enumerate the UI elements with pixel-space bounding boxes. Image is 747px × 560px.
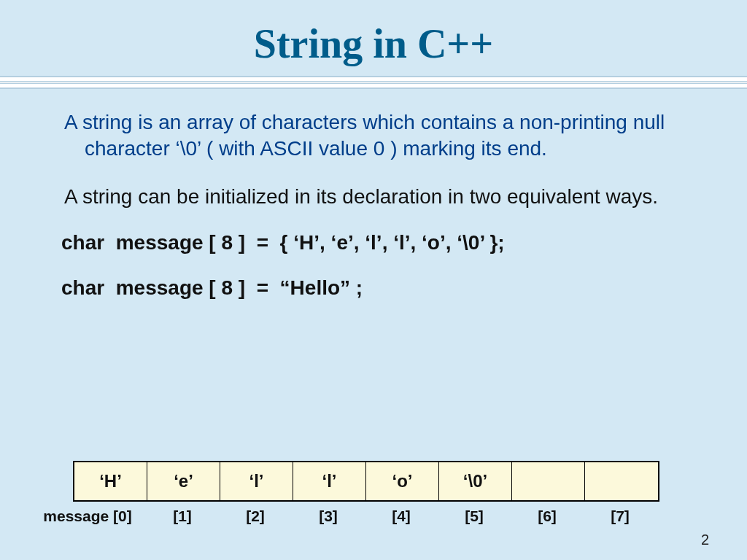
array-cell [585, 462, 658, 500]
divider-inner [0, 81, 747, 84]
array-index: [2] [219, 508, 292, 525]
array-cell: ‘l’ [220, 462, 293, 500]
page-number: 2 [701, 532, 709, 548]
array-index: [4] [365, 508, 438, 525]
array-index: [5] [438, 508, 511, 525]
array-cell: ‘l’ [293, 462, 366, 500]
array-index: [6] [511, 508, 584, 525]
array-index: message [0] [29, 508, 146, 525]
title-divider [0, 76, 747, 89]
array-cell [512, 462, 585, 500]
paragraph-1: A string is an array of characters which… [64, 109, 692, 162]
array-index-row: message [0] [1] [2] [3] [4] [5] [6] [7] [29, 508, 657, 525]
slide-content: A string is an array of characters which… [51, 109, 696, 300]
slide-title: String in C++ [51, 20, 696, 67]
array-index: [7] [584, 508, 657, 525]
array-cell: ‘e’ [147, 462, 220, 500]
code-line-1: char message [ 8 ] = { ‘H’, ‘e’, ‘l’, ‘l… [61, 231, 692, 254]
array-diagram: ‘H’ ‘e’ ‘l’ ‘l’ ‘o’ ‘\0’ message [0] [1]… [73, 461, 696, 525]
array-cells-row: ‘H’ ‘e’ ‘l’ ‘l’ ‘o’ ‘\0’ [73, 461, 659, 502]
array-cell: ‘o’ [366, 462, 439, 500]
array-index: [3] [292, 508, 365, 525]
code-line-2: char message [ 8 ] = “Hello” ; [61, 276, 692, 300]
array-cell: ‘\0’ [439, 462, 512, 500]
slide: String in C++ A string is an array of ch… [0, 0, 747, 560]
array-index: [1] [146, 508, 219, 525]
paragraph-2: A string can be initialized in its decla… [64, 184, 692, 210]
array-cell: ‘H’ [74, 462, 147, 500]
